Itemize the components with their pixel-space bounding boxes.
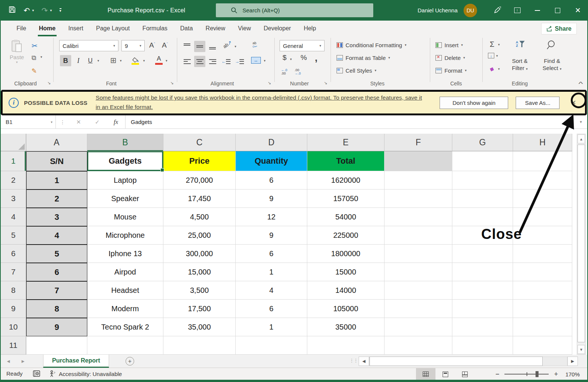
cell-E10[interactable]: 35000 — [307, 318, 385, 336]
cell-D4[interactable]: 12 — [236, 208, 307, 226]
row-header-10[interactable]: 10 — [1, 318, 26, 336]
row-header-1[interactable]: 1 — [1, 151, 26, 171]
column-header-F[interactable]: F — [385, 134, 452, 151]
feedback-pen-icon[interactable] — [487, 0, 507, 21]
decrease-font-icon[interactable]: Aˇ — [162, 41, 168, 49]
number-dialog-launcher-icon[interactable]: ↘ — [324, 81, 327, 85]
tab-developer[interactable]: Developer — [257, 21, 297, 36]
zoom-slider-thumb[interactable] — [536, 371, 539, 377]
cell-F11[interactable] — [385, 336, 452, 355]
tab-help[interactable]: Help — [297, 21, 322, 36]
cell-F3[interactable] — [385, 190, 452, 208]
cell-C1[interactable]: Price — [163, 151, 236, 171]
cell-B5[interactable]: Microphone — [87, 226, 163, 245]
enter-icon[interactable]: ✓ — [95, 119, 100, 125]
number-format-select[interactable]: General ▾ — [280, 40, 325, 51]
cell-H1[interactable] — [513, 151, 572, 171]
font-color-button[interactable]: A — [154, 54, 164, 66]
cell-A10[interactable]: 9 — [26, 318, 87, 336]
expand-formula-bar-icon[interactable]: ▾ — [575, 115, 587, 128]
cell-D8[interactable]: 4 — [236, 281, 307, 300]
row-header-8[interactable]: 8 — [1, 281, 26, 300]
tab-insert[interactable]: Insert — [62, 21, 90, 36]
cell-H2[interactable] — [513, 171, 572, 190]
fill-color-dropdown-icon[interactable]: ▾ — [143, 59, 145, 63]
share-button[interactable]: Share — [541, 23, 577, 34]
cell-C8[interactable]: 3,500 — [163, 281, 236, 300]
copy-dropdown-icon[interactable]: ▾ — [40, 55, 42, 59]
macro-record-icon[interactable] — [33, 370, 40, 378]
row-header-11[interactable]: 11 — [1, 336, 26, 355]
cell-F9[interactable] — [385, 300, 452, 318]
cell-B9[interactable]: Moderm — [87, 300, 163, 318]
new-sheet-icon[interactable]: + — [126, 357, 134, 366]
collapse-ribbon-icon[interactable]: ^ — [578, 81, 583, 87]
save-as-button[interactable]: Save As... — [516, 97, 560, 109]
orientation-dropdown-icon[interactable]: ▾ — [235, 45, 236, 48]
customize-qat-icon[interactable]: ▾ — [60, 8, 61, 12]
cell-F6[interactable] — [385, 245, 452, 263]
insert-cells-button[interactable]: Insert ▾ — [435, 39, 463, 51]
cell-A4[interactable]: 3 — [26, 208, 87, 226]
cell-styles-button[interactable]: Cell Styles ▾ — [337, 65, 376, 76]
cell-E9[interactable]: 105000 — [307, 300, 385, 318]
cell-H4[interactable] — [513, 208, 572, 226]
borders-icon[interactable]: ⊞ — [110, 56, 117, 65]
tab-formulas[interactable]: Formulas — [136, 21, 174, 36]
cell-G4[interactable] — [452, 208, 513, 226]
cell-C10[interactable]: 35,000 — [163, 318, 236, 336]
format-cells-button[interactable]: Format ▾ — [435, 65, 467, 76]
font-dialog-launcher-icon[interactable]: ↘ — [170, 81, 174, 85]
cell-G9[interactable] — [452, 300, 513, 318]
scroll-down-icon[interactable]: ▼ — [578, 345, 585, 354]
increase-font-icon[interactable]: Aˆ — [149, 41, 155, 49]
cell-A8[interactable]: 7 — [26, 281, 87, 300]
undo-dropdown-icon[interactable]: ▾ — [32, 8, 34, 12]
zoom-level[interactable]: 170% — [563, 371, 580, 378]
format-painter-icon[interactable]: ✎ — [31, 67, 37, 75]
vertical-scrollbar[interactable]: ▲ ▼ — [577, 134, 586, 355]
wrap-text-icon[interactable]: abc↩ — [253, 42, 257, 48]
cell-E3[interactable]: 157050 — [307, 190, 385, 208]
cell-C6[interactable]: 300,000 — [163, 245, 236, 263]
dont-show-again-button[interactable]: Don't show again — [440, 97, 508, 109]
cell-A9[interactable]: 8 — [26, 300, 87, 318]
cell-G11[interactable] — [452, 336, 513, 355]
cell-H7[interactable] — [513, 263, 572, 281]
copy-icon[interactable]: ⧉ — [31, 54, 36, 62]
ribbon-display-options-icon[interactable]: ↑ — [507, 0, 527, 21]
name-box[interactable]: B1 ▾ — [1, 115, 56, 128]
sheet-nav-right-icon[interactable]: ► — [21, 358, 25, 364]
zoom-slider[interactable] — [504, 374, 549, 375]
cell-B6[interactable]: Iphone 13 — [87, 245, 163, 263]
row-header-7[interactable]: 7 — [1, 263, 26, 281]
save-icon[interactable] — [8, 6, 16, 15]
underline-dropdown-icon[interactable]: ▾ — [97, 59, 99, 63]
accessibility-status[interactable]: ? Accessibility: Unavailable — [49, 370, 122, 377]
format-as-table-button[interactable]: Format as Table ▾ — [337, 52, 390, 63]
middle-align-icon[interactable] — [194, 41, 205, 52]
cancel-icon[interactable]: ✕ — [76, 119, 81, 125]
alignment-dialog-launcher-icon[interactable]: ↘ — [268, 81, 271, 85]
cell-D10[interactable]: 1 — [236, 318, 307, 336]
cell-E6[interactable]: 1800000 — [307, 245, 385, 263]
row-header-2[interactable]: 2 — [1, 171, 26, 190]
row-header-3[interactable]: 3 — [1, 190, 26, 208]
select-all-corner[interactable] — [1, 134, 26, 151]
cell-B2[interactable]: Laptop — [87, 171, 163, 190]
cell-B10[interactable]: Tecno Spark 2 — [87, 318, 163, 336]
column-header-D[interactable]: D — [236, 134, 307, 151]
column-header-H[interactable]: H — [513, 134, 572, 151]
cell-B3[interactable]: Speaker — [87, 190, 163, 208]
page-break-view-button[interactable] — [455, 368, 474, 380]
cell-F1[interactable] — [385, 151, 452, 171]
top-align-icon[interactable] — [181, 41, 193, 52]
tab-view[interactable]: View — [232, 21, 257, 36]
clear-button[interactable]: ◆▾ — [488, 66, 500, 72]
cell-F5[interactable] — [385, 226, 452, 245]
merge-dropdown-icon[interactable]: ▾ — [264, 59, 266, 63]
column-header-G[interactable]: G — [452, 134, 513, 151]
tab-data[interactable]: Data — [174, 21, 199, 36]
banner-message-link[interactable]: Some features might be lost if you save … — [96, 93, 425, 112]
column-header-A[interactable]: A — [26, 134, 87, 151]
